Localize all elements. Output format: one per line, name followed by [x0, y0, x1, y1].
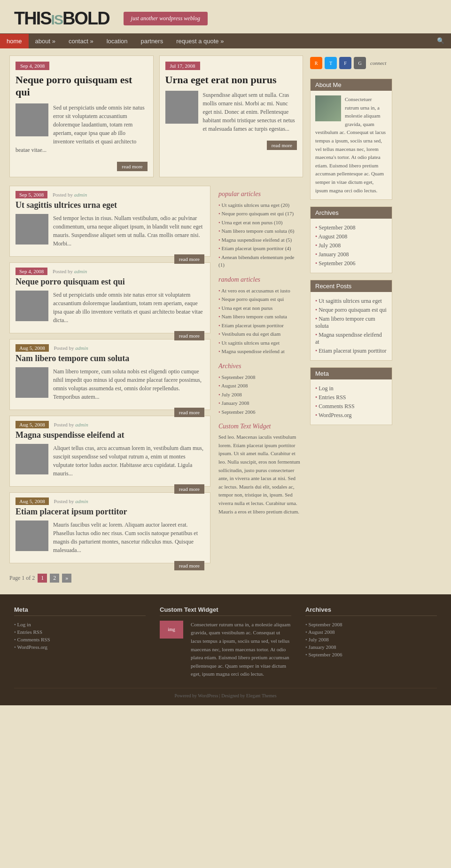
post-author: admin	[74, 192, 87, 197]
list-item: Urna eget erat non purus	[218, 304, 301, 313]
twitter-icon[interactable]: T	[325, 57, 337, 69]
search-icon[interactable]: 🔍	[430, 33, 451, 48]
title-is: IS	[51, 12, 62, 27]
post-title: Etiam placerat ipsum porttitor	[16, 507, 204, 517]
post-readmore[interactable]: read more	[174, 561, 204, 570]
list-item[interactable]: September 2008	[305, 621, 437, 628]
page-2-link[interactable]: 2	[50, 574, 59, 583]
content-area: Sep 4, 2008 Neque porro quisquam est qui…	[0, 48, 310, 594]
footer-archives-list: September 2008 August 2008 July 2008 Jan…	[305, 621, 437, 658]
nav-quote[interactable]: request a quote »	[170, 34, 230, 48]
post-item: Sep 4, 2008 Posted by admin Neque porro …	[9, 262, 210, 333]
list-item: Ut sagittis ultrices urna eget (20)	[218, 201, 301, 210]
pagination-label: Page 1 of 2	[9, 575, 35, 582]
list-item[interactable]: January 2008	[305, 643, 437, 651]
post-meta: Aug 5, 2008 Posted by admin	[16, 422, 204, 427]
list-item: Ut sagittis ultrices urna eget	[218, 339, 301, 347]
list-item[interactable]: January 2008	[315, 250, 387, 259]
nav-home[interactable]: home	[0, 34, 29, 48]
list-item: Etiam placerat ipsum porttitor (4)	[218, 244, 301, 253]
featured-post-1-title: Neque porro quisquam est qui	[16, 74, 148, 99]
meta-list: Log in Entries RSS Comments RSS WordPres…	[315, 384, 387, 420]
featured-post-2-thumb	[165, 91, 198, 124]
featured-post-2-date: Jul 17, 2008	[165, 62, 200, 70]
list-item: Vestibulum eu dui eget diam	[218, 330, 301, 339]
list-item[interactable]: July 2008	[315, 241, 387, 250]
list-item: Neque porro quisquam est qui	[218, 295, 301, 304]
footer-columns: Meta Log in Entries RSS Comments RSS Wor…	[14, 606, 437, 679]
meta-title: Meta	[311, 368, 392, 379]
post-readmore[interactable]: read more	[174, 331, 204, 340]
list-item[interactable]: September 2008	[315, 223, 387, 232]
custom-text-content: Sed leo. Maecenas iaculis vestibulum lor…	[218, 433, 301, 516]
list-item: At vero eos et accusamus et iusto	[218, 286, 301, 295]
list-item[interactable]: Etiam placerat ipsum porttitor	[315, 347, 387, 355]
featured-post-1-readmore[interactable]: read more	[117, 162, 147, 171]
featured-post-2-readmore[interactable]: read more	[267, 141, 297, 150]
list-item[interactable]: Neque porro quisquam est qui	[315, 306, 387, 315]
list-item: July 2008	[218, 390, 301, 399]
post-readmore[interactable]: read more	[174, 254, 204, 264]
connect-label: connect	[370, 60, 386, 66]
post-thumb	[16, 291, 48, 321]
main-nav: home about » contact » location partners…	[0, 33, 451, 48]
two-col-layout: Sep 5, 2008 Posted by admin Ut sagittis …	[9, 186, 303, 587]
nav-location[interactable]: location	[100, 34, 134, 48]
list-item[interactable]: WordPress.org	[14, 643, 146, 651]
rss-icon[interactable]: R	[310, 57, 322, 69]
list-item[interactable]: Entries RSS	[14, 628, 146, 636]
post-thumb	[16, 521, 48, 551]
page-1-link[interactable]: 1	[38, 574, 47, 583]
list-item[interactable]: August 2008	[305, 628, 437, 636]
post-thumb	[16, 214, 48, 245]
about-me-thumb	[315, 95, 341, 121]
post-author: admin	[75, 345, 88, 351]
next-page-arrow[interactable]: »	[62, 574, 71, 583]
popular-articles-section: popular articles Ut sagittis ultrices ur…	[218, 190, 301, 269]
powered-by-text: Powered by WordPress | Designed by Elega…	[174, 693, 276, 698]
list-item: Etiam placerat ipsum porttitor	[218, 321, 301, 330]
site-header: THISISBOLD just another wordpress weblog	[0, 0, 451, 33]
list-item[interactable]: July 2008	[305, 636, 437, 643]
nav-about[interactable]: about »	[29, 34, 62, 48]
list-item: Magna suspendisse eleifend at (5)	[218, 236, 301, 245]
list-item: Neque porro quisquam est qui (17)	[218, 209, 301, 218]
list-item[interactable]: September 2006	[315, 259, 387, 268]
post-item: Aug 5, 2008 Posted by admin Etiam placer…	[9, 492, 210, 563]
list-item[interactable]: Log in	[14, 621, 146, 628]
list-item: Urna eget erat non purus (10)	[218, 218, 301, 227]
post-readmore[interactable]: read more	[174, 484, 204, 494]
random-articles-list: At vero eos et accusamus et iusto Neque …	[218, 286, 301, 356]
nav-partners[interactable]: partners	[134, 34, 170, 48]
list-item[interactable]: Magna suspendisse eleifend at	[315, 331, 387, 347]
footer-custom-text: Custom Text Widget img Consectetuer rutr…	[160, 606, 291, 679]
facebook-icon[interactable]: F	[339, 57, 351, 69]
nav-contact[interactable]: contact »	[62, 34, 100, 48]
post-thumb	[16, 444, 48, 474]
list-item[interactable]: September 2006	[305, 651, 437, 658]
list-item[interactable]: Entries RSS	[315, 393, 387, 402]
post-meta: Aug 5, 2008 Posted by admin	[16, 498, 204, 504]
list-item[interactable]: August 2008	[315, 232, 387, 241]
list-item[interactable]: Ut sagittis ultrices urna eget	[315, 297, 387, 306]
footer-meta: Meta Log in Entries RSS Comments RSS Wor…	[14, 606, 146, 679]
featured-post-1-thumb	[16, 103, 48, 136]
list-item[interactable]: Log in	[315, 384, 387, 393]
post-readmore[interactable]: read more	[174, 408, 204, 417]
post-date-badge: Sep 4, 2008	[16, 268, 47, 275]
pagination: Page 1 of 2 1 2 »	[9, 569, 174, 587]
custom-text-title: Custom Text Widget	[218, 423, 301, 430]
social-section: R T F G connect	[310, 53, 392, 73]
archives-title: Archives	[311, 207, 392, 219]
list-item[interactable]: Comments RSS	[14, 636, 146, 643]
center-archives-list: September 2008 August 2008 July 2008 Jan…	[218, 373, 301, 417]
other-social-icon[interactable]: G	[354, 57, 366, 69]
post-item: Aug 5, 2008 Posted by admin Nam libero t…	[9, 339, 210, 410]
post-meta: Sep 5, 2008 Posted by admin	[16, 192, 204, 197]
list-item[interactable]: WordPress.org	[315, 411, 387, 420]
post-title: Magna suspendisse eleifend at	[16, 430, 204, 440]
random-articles-section: random articles At vero eos et accusamus…	[218, 276, 301, 356]
list-item[interactable]: Comments RSS	[315, 402, 387, 411]
list-item[interactable]: Nam libero tempore cum soluta	[315, 315, 387, 331]
post-item: Aug 5, 2008 Posted by admin Magna suspen…	[9, 416, 210, 487]
